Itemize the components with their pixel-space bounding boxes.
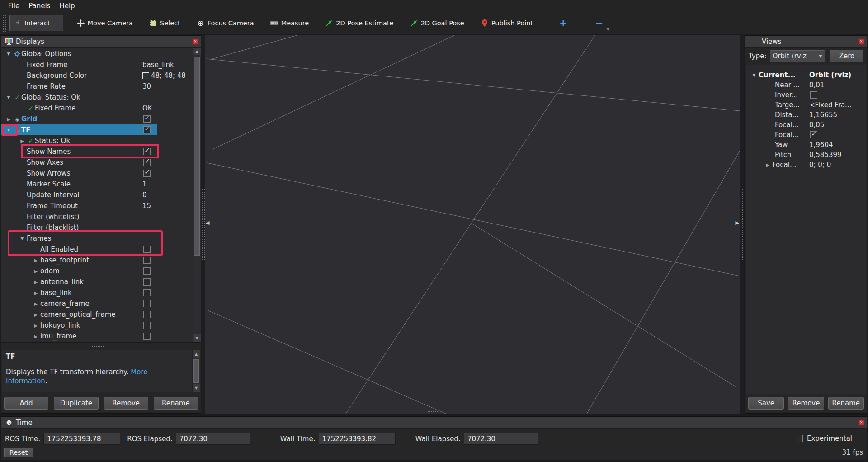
color-swatch[interactable] [142, 72, 149, 79]
reset-button[interactable]: Reset [4, 448, 33, 457]
expander-closed-icon[interactable]: ▶ [4, 117, 13, 122]
tree-row-grid[interactable]: ▶◈Grid✓ [1, 114, 193, 124]
expander-closed-icon[interactable]: ▶ [31, 291, 40, 295]
displays-scrollbar[interactable]: ▲ ▼ [193, 48, 201, 342]
tool-publish-point[interactable]: Publish Point [481, 19, 533, 27]
tree-row-camera-frame[interactable]: ▶camera_frame [1, 298, 193, 309]
add-tool-button[interactable]: + [559, 18, 567, 29]
description-scrollbar[interactable]: ▲ ▼ [192, 350, 200, 392]
tree-row-show-axes[interactable]: Show Axes✓ [1, 157, 193, 168]
views-row-focal-[interactable]: ▶Focal...0; 0; 0 [746, 160, 866, 170]
close-icon[interactable]: ✕ [192, 38, 198, 45]
scrollbar-thumb[interactable] [194, 57, 200, 256]
tree-row-background-color[interactable]: Background Color48; 48; 48 [1, 70, 193, 81]
time-field-value[interactable]: 7072.30 [464, 433, 538, 445]
time-field-value[interactable]: 1752253393.78 [43, 433, 120, 445]
expander-closed-icon[interactable]: ▶ [31, 323, 40, 328]
tool-focus-camera[interactable]: ⊕Focus Camera [197, 19, 254, 27]
scrollbar-thumb[interactable] [193, 359, 199, 383]
tree-row-hokuyo-link[interactable]: ▶hokuyo_link [1, 320, 193, 331]
tool-interact[interactable]: ☝Interact [9, 15, 63, 31]
expander-closed-icon[interactable]: ▶ [31, 334, 40, 339]
views-row-dista-[interactable]: Dista...1,16655 [746, 110, 866, 120]
collapse-left-icon[interactable]: ◀ [206, 220, 209, 226]
menu-panels[interactable]: Panels [24, 1, 55, 11]
tree-row-global-status-ok[interactable]: ▼✓Global Status: Ok [1, 92, 193, 103]
duplicate-button[interactable]: Duplicate [54, 397, 98, 410]
checkbox[interactable]: ✓ [143, 148, 151, 155]
views-rename-button[interactable]: Rename [828, 397, 864, 410]
views-row-targe-[interactable]: Targe...<Fixed Fra... [746, 100, 866, 110]
checkbox[interactable] [810, 91, 817, 99]
expander-closed-icon[interactable]: ▶ [31, 301, 40, 306]
menu-help[interactable]: Help [55, 1, 79, 11]
checkbox[interactable] [143, 246, 151, 253]
expander-open-icon[interactable]: ▼ [750, 73, 759, 77]
tree-row-fixed-frame[interactable]: Fixed Framebase_link [1, 59, 193, 70]
tree-row-tf[interactable]: ▼TF✓ [1, 124, 193, 135]
tree-row-frame-timeout[interactable]: Frame Timeout15 [1, 200, 193, 211]
checkbox[interactable]: ✓ [143, 115, 151, 123]
views-row-yaw[interactable]: Yaw1,9604 [746, 140, 866, 150]
add-button[interactable]: Add [4, 397, 48, 410]
tree-row-frames[interactable]: ▼Frames [1, 233, 193, 244]
checkbox[interactable]: ✓ [143, 126, 151, 133]
expander-open-icon[interactable]: ▼ [4, 95, 13, 100]
right-splitter-grip[interactable] [740, 188, 743, 261]
expander-closed-icon[interactable]: ▶ [31, 312, 40, 317]
tree-row-frame-rate[interactable]: Frame Rate30 [1, 81, 193, 92]
time-field-value[interactable]: 7072.30 [176, 433, 250, 445]
view-type-dropdown[interactable]: Orbit (rviz ▼ [770, 50, 825, 62]
remove-button[interactable]: Remove [104, 397, 148, 410]
views-row-pitch[interactable]: Pitch0,585399 [746, 150, 866, 160]
experimental-checkbox[interactable] [796, 435, 803, 442]
checkbox[interactable] [143, 267, 151, 275]
tool-measure[interactable]: Measure [270, 19, 309, 27]
views-row-current-[interactable]: ▼Current...Orbit (rviz) [746, 70, 866, 80]
expander-closed-icon[interactable]: ▶ [18, 138, 27, 143]
time-field-value[interactable]: 1752253393.82 [319, 433, 396, 445]
tree-row-imu-frame[interactable]: ▶imu_frame [1, 331, 193, 342]
menu-file[interactable]: File [4, 1, 24, 11]
tree-row-filter-whitelist-[interactable]: Filter (whitelist) [1, 211, 193, 222]
close-icon[interactable]: ✕ [858, 419, 864, 426]
checkbox[interactable] [143, 322, 151, 329]
checkbox[interactable] [143, 300, 151, 307]
render-viewport[interactable]: ◀ ▶ [201, 35, 744, 414]
close-icon[interactable]: ✕ [858, 38, 864, 45]
rename-button[interactable]: Rename [154, 397, 198, 410]
tool-2d-goal-pose[interactable]: 2D Goal Pose [410, 19, 464, 27]
checkbox[interactable] [143, 333, 151, 340]
scroll-down-icon[interactable]: ▼ [193, 334, 201, 342]
tree-row-status-ok[interactable]: ▶✓Status: Ok [1, 135, 193, 146]
displays-panel-header[interactable]: Displays ✕ [1, 36, 201, 48]
checkbox[interactable]: ✓ [143, 159, 151, 166]
time-panel-header[interactable]: Time ✕ [1, 417, 867, 429]
checkbox[interactable]: ✓ [810, 131, 817, 138]
expander-closed-icon[interactable]: ▶ [763, 162, 772, 167]
expander-closed-icon[interactable]: ▶ [31, 269, 40, 274]
tree-row-show-names[interactable]: Show Names✓ [1, 146, 193, 157]
bottom-splitter-grip[interactable] [427, 411, 440, 413]
checkbox[interactable] [143, 311, 151, 318]
tree-row-global-options[interactable]: ▼Global Options [1, 48, 193, 59]
tree-row-antenna-link[interactable]: ▶antenna_link [1, 276, 193, 287]
tool-2d-pose-estimate[interactable]: 2D Pose Estimate [325, 19, 393, 27]
tree-row-odom[interactable]: ▶odom [1, 266, 193, 276]
scroll-up-icon[interactable]: ▲ [193, 350, 200, 358]
views-row-focal-[interactable]: Focal...✓ [746, 130, 866, 140]
tree-row-fixed-frame[interactable]: ✓Fixed FrameOK [1, 103, 193, 114]
remove-tool-button[interactable]: − ▼ [595, 18, 604, 29]
expander-open-icon[interactable]: ▼ [4, 128, 13, 132]
views-row-inver-[interactable]: Inver... [746, 90, 866, 100]
views-save-button[interactable]: Save [748, 397, 784, 410]
collapse-right-icon[interactable]: ▶ [736, 220, 739, 226]
3d-grid-view[interactable] [205, 35, 740, 414]
tree-row-base-footprint[interactable]: ▶base_footprint [1, 255, 193, 266]
checkbox[interactable] [143, 278, 151, 286]
tool-move-camera[interactable]: Move Camera [77, 19, 133, 27]
views-remove-button[interactable]: Remove [788, 397, 824, 410]
splitter-handle[interactable] [1, 343, 201, 350]
expander-open-icon[interactable]: ▼ [18, 236, 27, 241]
checkbox[interactable] [143, 289, 151, 296]
